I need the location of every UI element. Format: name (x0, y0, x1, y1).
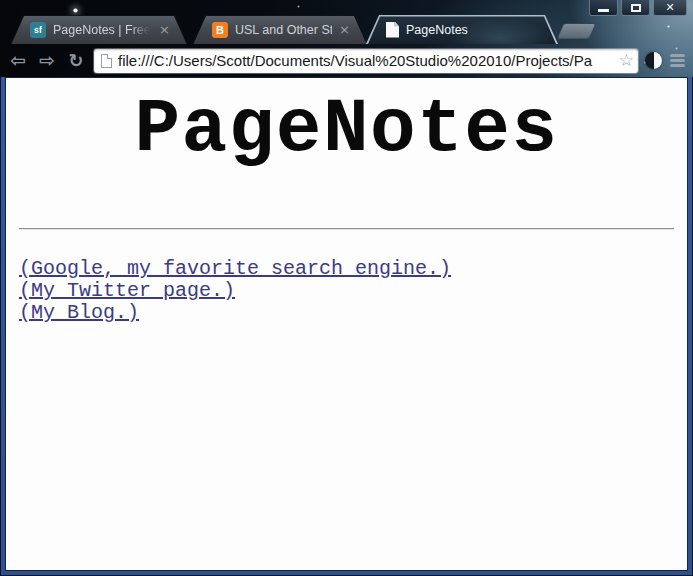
link-line: (My Twitter page.) (19, 280, 688, 302)
page-content: PageNotes (Google, my favorite search en… (5, 77, 688, 571)
forward-button[interactable]: ⇨ (36, 51, 58, 70)
link-line: (Google, my favorite search engine.) (19, 258, 688, 280)
browser-chrome: ✕ sf PageNotes | Free softwa × B USL and… (0, 0, 693, 77)
back-button[interactable]: ⇦ (7, 51, 29, 70)
link-blog[interactable]: (My Blog.) (19, 301, 139, 324)
browser-window: ✕ sf PageNotes | Free softwa × B USL and… (0, 0, 693, 576)
new-tab-button[interactable] (556, 23, 596, 39)
tab-close-icon[interactable]: × (159, 23, 170, 36)
address-bar[interactable]: file:///C:/Users/Scott/Documents/Visual%… (94, 49, 638, 73)
link-list: (Google, my favorite search engine.) (My… (19, 258, 688, 324)
menu-icon[interactable] (669, 54, 686, 67)
blogger-favicon-icon: B (212, 22, 228, 38)
sourceforge-favicon-icon: sf (30, 22, 46, 38)
link-google[interactable]: (Google, my favorite search engine.) (19, 257, 451, 280)
window-frame: PageNotes (Google, my favorite search en… (0, 77, 693, 576)
reload-button[interactable]: ↻ (65, 52, 87, 70)
navigation-toolbar: ⇦ ⇨ ↻ file:///C:/Users/Scott/Documents/V… (0, 44, 693, 77)
tab-title: PageNotes (406, 23, 540, 37)
tab-close-icon[interactable]: × (339, 23, 350, 36)
link-line: (My Blog.) (19, 302, 688, 324)
minimize-icon (598, 9, 609, 12)
url-text[interactable]: file:///C:/Users/Scott/Documents/Visual%… (118, 52, 613, 69)
page-icon (101, 54, 112, 68)
link-twitter[interactable]: (My Twitter page.) (19, 279, 235, 302)
tab-pagenotes-active[interactable]: PageNotes (366, 15, 558, 44)
bookmark-star-icon[interactable]: ☆ (619, 52, 634, 69)
divider (19, 228, 674, 230)
tab-pagenotes-sourceforge[interactable]: sf PageNotes | Free softwa × (10, 15, 188, 44)
maximize-icon (631, 4, 641, 12)
tab-title: PageNotes | Free softwa (53, 23, 152, 37)
minimize-button[interactable] (589, 0, 618, 16)
tab-usl-and-other-stuff[interactable]: B USL and Other Stuff × (192, 15, 368, 44)
tab-title: USL and Other Stuff (235, 23, 332, 37)
close-button[interactable]: ✕ (653, 0, 687, 16)
maximize-button[interactable] (621, 0, 650, 16)
page-title: PageNotes (5, 87, 688, 174)
contrast-moon-icon[interactable] (645, 52, 662, 69)
close-icon: ✕ (665, 2, 674, 13)
window-controls: ✕ (589, 0, 687, 16)
document-favicon-icon (386, 22, 399, 38)
